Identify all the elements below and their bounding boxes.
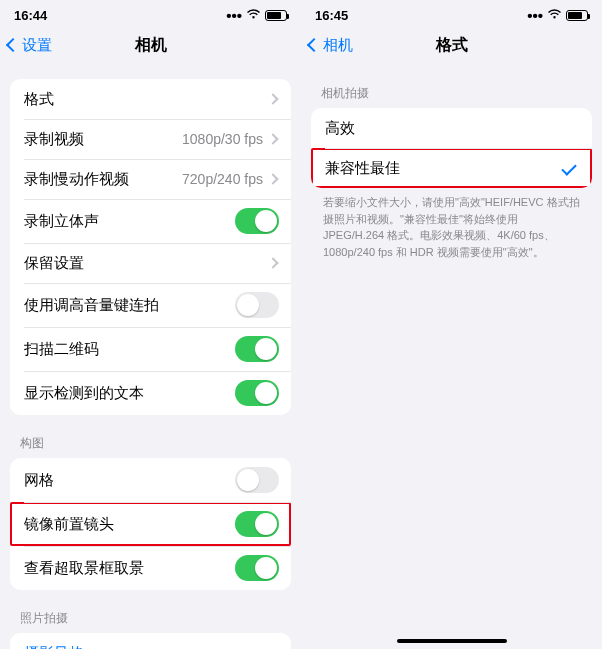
formats-footer: 若要缩小文件大小，请使用"高效"HEIF/HEVC 格式拍摄照片和视频。"兼容性… [311,188,592,266]
chevron-right-icon [267,133,278,144]
row-mirror-front: 镜像前置镜头 [10,502,291,546]
row-formats[interactable]: 格式 [10,79,291,119]
home-indicator[interactable] [397,639,507,643]
toggle-detected-text[interactable] [235,380,279,406]
chevron-right-icon [267,173,278,184]
status-icons: ••• [527,7,588,24]
status-bar: 16:45 ••• [301,0,602,25]
row-detected-text: 显示检测到的文本 [10,371,291,415]
chevron-left-icon [307,38,321,52]
row-grid: 网格 [10,458,291,502]
nav-bar: 相机 格式 [301,25,602,65]
status-bar: 16:44 ••• [0,0,301,25]
row-photo-styles[interactable]: 摄影风格 [10,633,291,649]
battery-icon [566,10,588,21]
checkmark-icon [561,160,577,176]
row-scan-qr: 扫描二维码 [10,327,291,371]
back-button[interactable]: 设置 [8,36,52,55]
photo-header: 照片拍摄 [10,604,291,633]
status-time: 16:45 [315,8,348,23]
toggle-scan-qr[interactable] [235,336,279,362]
cellular-icon: ••• [527,7,543,24]
cellular-icon: ••• [226,7,242,24]
capture-header: 相机拍摄 [311,79,592,108]
toggle-stereo[interactable] [235,208,279,234]
chevron-left-icon [6,38,20,52]
back-button[interactable]: 相机 [309,36,353,55]
row-most-compatible[interactable]: 兼容性最佳 [311,148,592,188]
row-record-video[interactable]: 录制视频 1080p/30 fps [10,119,291,159]
toggle-grid[interactable] [235,467,279,493]
wifi-icon [246,8,261,23]
camera-group-1: 格式 录制视频 1080p/30 fps 录制慢动作视频 720p/240 fp… [10,79,291,415]
chevron-right-icon [267,93,278,104]
row-stereo: 录制立体声 [10,199,291,243]
photo-group: 摄影风格 [10,633,291,649]
status-time: 16:44 [14,8,47,23]
toggle-mirror-front[interactable] [235,511,279,537]
wifi-icon [547,8,562,23]
back-label: 设置 [22,36,52,55]
camera-settings-screen: 16:44 ••• 设置 相机 格式 录制视频 1080p/30 fps [0,0,301,649]
row-record-slomo[interactable]: 录制慢动作视频 720p/240 fps [10,159,291,199]
row-view-outside: 查看超取景框取景 [10,546,291,590]
formats-group: 高效 兼容性最佳 [311,108,592,188]
row-volume-burst: 使用调高音量键连拍 [10,283,291,327]
back-label: 相机 [323,36,353,55]
nav-bar: 设置 相机 [0,25,301,65]
status-icons: ••• [226,7,287,24]
row-preserve[interactable]: 保留设置 [10,243,291,283]
chevron-right-icon [267,257,278,268]
toggle-volume-burst[interactable] [235,292,279,318]
formats-screen: 16:45 ••• 相机 格式 相机拍摄 高效 兼容性最佳 若要缩小文件大 [301,0,602,649]
composition-group: 网格 镜像前置镜头 查看超取景框取景 [10,458,291,590]
toggle-view-outside[interactable] [235,555,279,581]
battery-icon [265,10,287,21]
row-high-efficiency[interactable]: 高效 [311,108,592,148]
composition-header: 构图 [10,429,291,458]
